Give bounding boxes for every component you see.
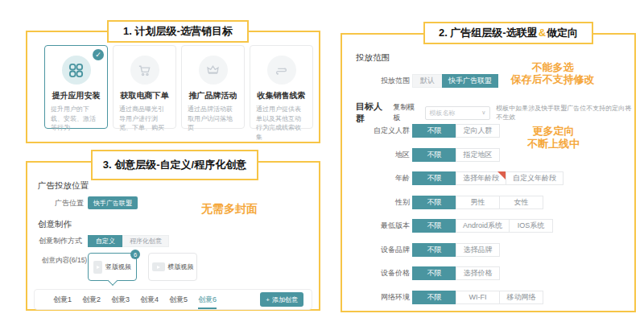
goal-card-desc: 通过品牌活动获取用户访问落地页: [188, 105, 238, 133]
ad-position-value-button[interactable]: 快手广告联盟: [88, 196, 138, 209]
content-card-label: 竖版视频: [105, 262, 131, 271]
targeting-option-指定地区[interactable]: 指定地区: [456, 148, 500, 162]
content-card-label: 横版视频: [168, 262, 194, 271]
add-creative-label: 添加创意: [272, 295, 298, 304]
ad-position-section-header: 广告投放位置: [38, 180, 89, 192]
targeting-option-不限[interactable]: 不限: [412, 171, 456, 185]
check-badge: ✓: [93, 49, 104, 60]
targeting-row-自定义人群: 自定义人群不限定向人群: [342, 124, 634, 138]
goal-cards: ✓提升应用安装提升用户的下载、安装、激活等行为获取电商下单通过商品曝光引导用户进…: [44, 45, 313, 129]
copy-template-label: 复制模板: [393, 102, 419, 123]
goal-card-desc: 通过用户提供表单以及其他互动行为完成线索收集: [256, 105, 307, 142]
horizontal-video-icon: [152, 262, 165, 271]
targeting-option-定向人群[interactable]: 定向人群: [456, 124, 500, 138]
scope-annotation-line2: 保存后不支持修改: [494, 73, 611, 85]
template-placeholder: 模板名称: [430, 109, 456, 118]
targeting-label: 最低版本: [342, 221, 410, 231]
targeting-option-不限[interactable]: 不限: [412, 219, 456, 233]
goal-card-1[interactable]: ✓提升应用安装提升用户的下载、安装、激活等行为: [44, 45, 108, 129]
targeting-option-不限[interactable]: 不限: [412, 124, 456, 138]
method-option-自定义[interactable]: 自定义: [88, 235, 123, 247]
creative-make-section-header: 创意制作: [38, 219, 72, 230]
targeting-option-选择年龄段[interactable]: 选择年龄段: [456, 171, 506, 185]
scope-section-header: 投放范围: [356, 52, 390, 64]
targeting-row-设备品牌: 设备品牌不限选择品牌: [342, 243, 634, 257]
targeting-label: 地区: [342, 150, 410, 160]
goal-card-title: 提升应用安装: [45, 90, 107, 101]
goal-card-title: 推广品牌活动: [182, 90, 244, 101]
vertical-video-icon: [93, 261, 102, 274]
targeting-row-地区: 地区不限指定地区: [342, 148, 634, 162]
creative-method-label: 创意制作方式: [27, 236, 82, 246]
targeting-row-设备价格: 设备价格不限选择价格: [342, 266, 634, 280]
targeting-option-不限[interactable]: 不限: [412, 266, 456, 280]
targeting-option-男性[interactable]: 男性: [456, 196, 500, 209]
tab-创意5[interactable]: 创意5: [169, 290, 188, 309]
tab-创意4[interactable]: 创意4: [140, 290, 159, 309]
targeting-option-Android系统[interactable]: Android系统: [456, 219, 510, 233]
scope-option-默认[interactable]: 默认: [412, 74, 443, 88]
targeting-option-不限[interactable]: 不限: [412, 243, 456, 257]
targeting-label: 设备价格: [342, 268, 410, 279]
goal-card-desc: 通过商品曝光引导用户进行浏览、下单、购买: [119, 105, 170, 133]
goal-card-4[interactable]: 收集销售线索通过用户提供表单以及其他互动行为完成线索收集: [250, 45, 313, 129]
content-card-竖版视频[interactable]: 竖版视频6: [88, 253, 137, 281]
plus-icon: +: [266, 296, 270, 303]
selected-caret: [107, 275, 118, 286]
targeting-option-自定义年龄段[interactable]: 自定义年龄段: [506, 171, 564, 185]
ampersand: &: [538, 27, 547, 39]
tab-创意6[interactable]: 创意6: [198, 290, 217, 309]
step1-title: 1. 计划层级-选营销目标: [107, 20, 249, 43]
step2-title: 2. 广告组层级-选联盟&做定向: [423, 22, 593, 44]
ad-position-label: 广告位置: [27, 198, 84, 208]
creative-level-panel: 广告投放位置 广告位置 快手广告联盟 无需多封面 创意制作 创意制作方式 自定义…: [26, 161, 320, 311]
targeting-label: 自定义人群: [342, 126, 410, 136]
targeting-option-女性[interactable]: 女性: [499, 196, 543, 209]
targeting-label: 网络环境: [342, 292, 410, 303]
step2-title-text2: 做定向: [547, 27, 578, 39]
goal-card-title: 获取电商下单: [114, 90, 175, 101]
tab-创意3[interactable]: 创意3: [111, 290, 130, 309]
method-option-程序化创意[interactable]: 程序化创意: [122, 235, 169, 247]
targeting-label: 设备品牌: [342, 245, 410, 255]
goal-card-2[interactable]: 获取电商下单通过商品曝光引导用户进行浏览、下单、购买: [113, 45, 176, 129]
step3-title: 3. 创意层级-自定义/程序化创意: [91, 150, 258, 180]
add-creative-button[interactable]: + 添加创意: [260, 292, 303, 307]
app-grid-icon: [62, 56, 91, 85]
goal-card-title: 收集销售线索: [250, 90, 312, 101]
adgroup-level-panel: 投放范围 投放范围 默认快手广告联盟 不能多选 保存后不支持修改 目标人群 复制…: [341, 33, 636, 312]
audience-row: 目标人群 复制模板 模板名称 ∨ 模板中如果涉及快手联盟广告位不支持的定向将不生…: [356, 101, 634, 125]
targeting-option-移动网络[interactable]: 移动网络: [499, 291, 543, 304]
play-icon: [157, 266, 160, 269]
targeting-option-WI-FI[interactable]: WI-FI: [456, 291, 500, 304]
targeting-row-最低版本: 最低版本不限Android系统IOS系统: [342, 219, 634, 233]
targeting-option-选择品牌[interactable]: 选择品牌: [456, 243, 500, 257]
goal-card-3[interactable]: 推广品牌活动通过品牌活动获取用户访问落地页: [181, 45, 245, 129]
scope-label: 投放范围: [342, 76, 410, 86]
no-multi-cover-annotation: 无需多封面: [185, 202, 274, 217]
template-note: 模板中如果涉及快手联盟广告位不支持的定向将不生效: [496, 104, 634, 122]
targeting-option-不限[interactable]: 不限: [412, 196, 456, 209]
content-card-横版视频[interactable]: 横版视频: [148, 253, 197, 281]
scope-annotation: 不能多选 保存后不支持修改: [494, 61, 611, 85]
tab-创意2[interactable]: 创意2: [82, 290, 101, 309]
targeting-row-年龄: 年龄不限选择年龄段自定义年龄段: [342, 171, 634, 185]
creative-tab-bar: 创意1创意2创意3创意4创意5创意6 + 添加创意: [34, 289, 312, 310]
creative-method-row: 创意制作方式 自定义程序化创意: [27, 235, 169, 247]
chevron-down-icon: ∨: [481, 109, 485, 116]
scope-option-快手广告联盟[interactable]: 快手广告联盟: [442, 74, 498, 88]
play-icon: [97, 266, 100, 269]
targeting-option-不限[interactable]: 不限: [412, 148, 456, 162]
scope-annotation-line1: 不能多选: [494, 61, 611, 73]
targeting-row-性别: 性别不限男性女性: [342, 196, 634, 209]
targeting-option-IOS系统[interactable]: IOS系统: [509, 219, 553, 233]
tab-创意1[interactable]: 创意1: [53, 290, 72, 309]
lead-path-icon: [267, 56, 296, 85]
crown-icon: [199, 56, 228, 85]
count-badge: 6: [130, 250, 140, 259]
targeting-option-不限[interactable]: 不限: [412, 291, 456, 304]
targeting-option-选择价格[interactable]: 选择价格: [456, 266, 500, 280]
plan-level-panel: ✓提升应用安装提升用户的下载、安装、激活等行为获取电商下单通过商品曝光引导用户进…: [26, 31, 320, 143]
creative-content-label: 创意内容(6/15): [42, 256, 87, 266]
template-select[interactable]: 模板名称 ∨: [425, 106, 491, 120]
